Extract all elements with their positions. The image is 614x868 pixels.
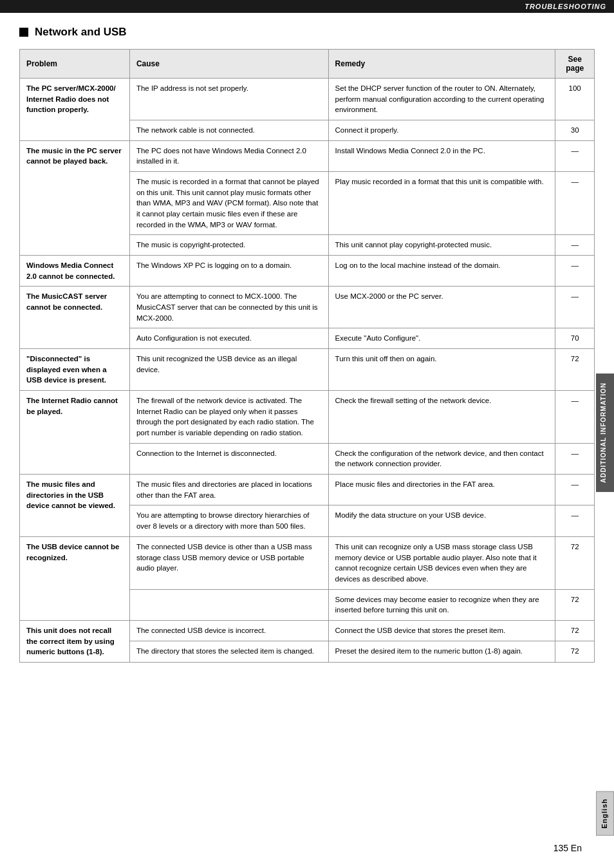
see-page-cell: 72	[555, 589, 595, 620]
cause-cell: The PC does not have Windows Media Conne…	[129, 140, 328, 171]
remedy-cell: Modify the data structure on your USB de…	[328, 505, 555, 536]
remedy-cell: Preset the desired item to the numeric b…	[328, 641, 555, 663]
remedy-cell: Execute "Auto Configure".	[328, 328, 555, 349]
problem-cell: The music files and directories in the U…	[20, 475, 130, 537]
see-page-cell: —	[555, 287, 595, 328]
remedy-cell: This unit can recognize only a USB mass …	[328, 536, 555, 589]
problem-cell: The USB device cannot be recognized.	[20, 536, 130, 620]
see-page-cell: —	[555, 172, 595, 235]
see-page-cell: —	[555, 443, 595, 474]
cause-cell	[129, 589, 328, 620]
cause-cell: The music files and directories are plac…	[129, 475, 328, 505]
problem-cell: The Internet Radio cannot be played.	[20, 391, 130, 475]
cause-cell: The IP address is not set properly.	[129, 79, 328, 120]
page-number: 135 En	[554, 838, 582, 855]
cause-cell: The firewall of the network device is ac…	[129, 391, 328, 444]
cause-cell: The connected USB device is incorrect.	[129, 620, 328, 641]
see-page-cell: 72	[555, 349, 595, 391]
cause-cell: The music is copyright-protected.	[129, 235, 328, 256]
problem-cell: "Disconnected" is displayed even when a …	[20, 349, 130, 391]
problem-cell: This unit does not recall the correct it…	[20, 620, 130, 662]
side-tab-english: English	[596, 791, 614, 836]
header-remedy: Remedy	[328, 50, 555, 79]
remedy-cell: Turn this unit off then on again.	[328, 349, 555, 391]
remedy-cell: Connect the USB device that stores the p…	[328, 620, 555, 641]
problem-cell: The MusicCAST server cannot be connected…	[20, 287, 130, 349]
main-content: Network and USB Problem Cause Remedy See…	[0, 13, 614, 701]
cause-cell: The network cable is not connected.	[129, 120, 328, 141]
cause-cell: The directory that stores the selected i…	[129, 641, 328, 663]
see-page-cell: 70	[555, 328, 595, 349]
cause-cell: You are attempting to connect to MCX-100…	[129, 287, 328, 328]
cause-cell: The music is recorded in a format that c…	[129, 172, 328, 235]
problem-cell: Windows Media Connect 2.0 cannot be conn…	[20, 256, 130, 287]
remedy-cell: Set the DHCP server function of the rout…	[328, 79, 555, 120]
remedy-cell: Place music files and directories in the…	[328, 475, 555, 505]
cause-cell: This unit recognized the USB device as a…	[129, 349, 328, 391]
header-cause: Cause	[129, 50, 328, 79]
see-page-cell: —	[555, 475, 595, 505]
remedy-cell: This unit cannot play copyright-protecte…	[328, 235, 555, 256]
section-icon	[19, 28, 28, 37]
see-page-cell: —	[555, 256, 595, 287]
see-page-cell: —	[555, 505, 595, 536]
remedy-cell: Connect it properly.	[328, 120, 555, 141]
side-tab-additional-info: ADDITIONAL INFORMATION	[596, 373, 614, 492]
top-bar-label: TROUBLESHOOTING	[525, 3, 606, 10]
see-page-cell: 30	[555, 120, 595, 141]
cause-cell: The connected USB device is other than a…	[129, 536, 328, 589]
see-page-cell: 72	[555, 536, 595, 589]
problem-cell: The PC server/MCX-2000/ Internet Radio d…	[20, 79, 130, 141]
remedy-cell: Check the configuration of the network d…	[328, 443, 555, 474]
remedy-cell: Check the firewall setting of the networ…	[328, 391, 555, 444]
problem-cell: The music in the PC server cannot be pla…	[20, 140, 130, 255]
cause-cell: Connection to the Internet is disconnect…	[129, 443, 328, 474]
cause-cell: You are attempting to browse directory h…	[129, 505, 328, 536]
see-page-cell: —	[555, 235, 595, 256]
header-see-page: Seepage	[555, 50, 595, 79]
header-problem: Problem	[20, 50, 130, 79]
troubleshooting-table: Problem Cause Remedy Seepage The PC serv…	[19, 49, 595, 663]
remedy-cell: Install Windows Media Connect 2.0 in the…	[328, 140, 555, 171]
see-page-cell: 72	[555, 641, 595, 663]
cause-cell: The Windows XP PC is logging on to a dom…	[129, 256, 328, 287]
remedy-cell: Some devices may become easier to recogn…	[328, 589, 555, 620]
see-page-cell: —	[555, 140, 595, 171]
remedy-cell: Log on to the local machine instead of t…	[328, 256, 555, 287]
top-bar: TROUBLESHOOTING	[0, 0, 614, 13]
section-title-text: Network and USB	[35, 26, 127, 39]
page-suffix: En	[568, 843, 582, 853]
see-page-cell: 100	[555, 79, 595, 120]
section-title: Network and USB	[19, 26, 595, 39]
remedy-cell: Play music recorded in a format that thi…	[328, 172, 555, 235]
cause-cell: Auto Configuration is not executed.	[129, 328, 328, 349]
see-page-cell: —	[555, 391, 595, 444]
see-page-cell: 72	[555, 620, 595, 641]
remedy-cell: Use MCX-2000 or the PC server.	[328, 287, 555, 328]
